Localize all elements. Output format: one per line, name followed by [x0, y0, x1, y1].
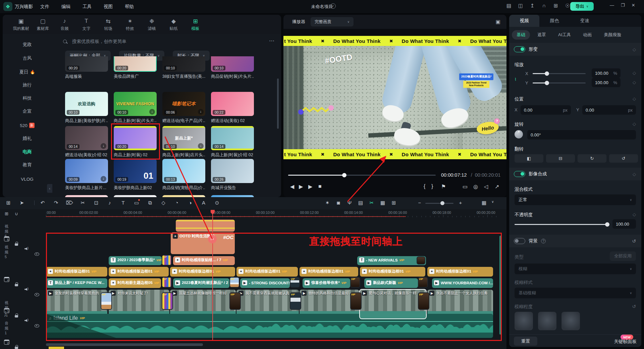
timeline-zoom-slider[interactable] — [425, 203, 453, 204]
help-icon[interactable]: ? — [541, 239, 546, 243]
timeline-clip[interactable]: ▶2023春夏时尚潮流新品* / 2 — [173, 278, 229, 288]
position-y-input[interactable]: 0.00px — [582, 105, 636, 115]
media-tab-转场[interactable]: ⇆ 转场 — [97, 15, 119, 34]
timeline-clip[interactable]: ✦时尚动感排版边框01VIP — [170, 267, 235, 277]
transition-clip[interactable]: VIP — [162, 292, 173, 310]
close-icon[interactable]: ✕ — [632, 3, 635, 8]
download-icon[interactable]: ↓ — [101, 176, 106, 182]
reset-blur-icon[interactable]: ↺ — [632, 304, 636, 309]
keyframe-panel-button[interactable]: 关键帧面板 NEW — [614, 339, 637, 345]
crop-icon[interactable]: ⊡ — [93, 200, 100, 206]
rotate-left-button[interactable]: ↺ — [609, 154, 638, 163]
keyframe-icon[interactable]: ◇ — [160, 200, 167, 206]
transition-clip[interactable]: VIP — [101, 292, 112, 310]
seek-bar[interactable]: 00:00:07:12 / 00:00:20:01 — [283, 172, 506, 179]
timeline-clip[interactable]: ▶惊喜价格等你来*VIP — [303, 278, 350, 288]
track-layout-icon[interactable]: ▦ — [480, 200, 488, 206]
media-tab-特效[interactable]: ✶ 特效 — [119, 15, 141, 34]
play-icon[interactable]: ▶ — [308, 183, 312, 190]
timeline-clip[interactable]: T新品上新* / KEEP PACE W... — [46, 278, 107, 288]
sidebar-item-520[interactable]: 520新 — [3, 120, 52, 130]
auto-caption-icon[interactable]: A — [200, 200, 207, 206]
zoom-out-icon[interactable]: − — [416, 200, 423, 206]
quality-dropdown[interactable]: 完整画质∨ — [311, 17, 354, 26]
menu-帮助[interactable]: 帮助 — [121, 2, 138, 11]
timeline-clip[interactable]: ▶WWW.YOURBRAND.COM /... — [432, 278, 493, 288]
undo-icon[interactable]: ↶ — [39, 200, 46, 206]
mute-icon[interactable] — [24, 287, 30, 292]
mute-icon[interactable] — [24, 246, 30, 251]
save-icon[interactable]: ◫ — [518, 3, 524, 9]
timeline-clip[interactable]: ✦时尚动感排版边框01VIP — [236, 267, 298, 277]
timeline-vscrollbar[interactable] — [499, 236, 501, 335]
sidebar-item-夏日[interactable]: 夏日🔥 — [3, 67, 52, 77]
resource-pack-icon[interactable]: ⊞ — [390, 200, 397, 206]
transition-clip[interactable]: VIP — [418, 277, 428, 288]
media-tab-素材库[interactable]: ▢ 素材库 — [32, 15, 54, 34]
marker-icon[interactable]: ⊙ — [213, 200, 221, 206]
background-type-dropdown[interactable]: 模糊∨ — [515, 264, 636, 274]
zoom-in-icon[interactable]: + — [457, 200, 464, 206]
timeline-clip[interactable]: ✦时尚动感排版边框01VIP — [109, 267, 169, 277]
split-icon[interactable]: ✂ — [79, 200, 87, 206]
silence-detect-icon[interactable]: ✂ — [368, 200, 375, 206]
transition-clip[interactable] — [417, 256, 425, 265]
scale-link-lock-icon[interactable]: ⌇ — [515, 77, 517, 82]
download-icon[interactable]: ↓ — [198, 109, 204, 115]
sidebar-item-教育[interactable]: 教育 — [3, 160, 52, 170]
minimize-icon[interactable]: — — [610, 3, 614, 8]
download-icon[interactable]: ↓ — [101, 143, 106, 149]
template-card[interactable]: 欢迎选购00:10商品上新(美妆护肤)片... — [65, 92, 108, 124]
media-tab-滤镜[interactable]: ❉ 滤镜 — [141, 15, 163, 34]
delete-icon[interactable]: ⌦ — [66, 200, 73, 206]
template-card[interactable]: 00:20美妆品牌推广 — [114, 56, 157, 79]
timeline-hscrollbar[interactable] — [46, 343, 203, 346]
download-icon[interactable]: ↓ — [198, 143, 204, 149]
flip-vertical-button[interactable]: ⊟ — [546, 154, 575, 163]
background-toggle[interactable] — [514, 238, 525, 244]
template-card[interactable]: 00:14商品上新(时装)介绍 02 — [211, 126, 254, 158]
media-tab-我的素材[interactable]: ▣ 我的素材 — [10, 15, 32, 34]
media-tab-模板[interactable]: ⊞ 模板 — [184, 15, 206, 34]
select-tool-icon[interactable]: ➤ — [18, 200, 25, 206]
lock-icon[interactable] — [14, 313, 19, 318]
template-card[interactable]: 新品上新*00:10↓商品上新(时装)店片头... — [162, 126, 205, 158]
sidebar-item-婚礼[interactable]: 婚礼 — [3, 133, 52, 143]
keyframe-diamond-icon[interactable]: ◇ — [633, 47, 636, 52]
visibility-icon[interactable] — [34, 323, 40, 328]
template-card[interactable]: 00:20高端服装 — [65, 56, 108, 79]
preview-thumbnail-icon[interactable]: ▣ — [496, 19, 500, 25]
blur-preset[interactable] — [515, 312, 533, 330]
template-card[interactable]: 00:10商品促销(时装)片头片... — [211, 56, 254, 79]
timeline-clip[interactable]: ✦时尚动感排版边框01VIP — [300, 267, 358, 277]
keyframe-diamond-icon[interactable]: ◇ — [633, 121, 636, 126]
tab-视频[interactable]: 视频 — [509, 15, 539, 27]
volume-icon[interactable]: ◁ — [484, 183, 488, 190]
blur-preset[interactable] — [561, 312, 580, 330]
speed-icon[interactable]: ◔ — [173, 200, 180, 206]
timeline-clip[interactable]: ✦时尚相册主题边框05VIP — [109, 278, 161, 288]
visibility-icon[interactable] — [34, 251, 40, 256]
voice-record-icon[interactable]: Ψ — [346, 200, 353, 206]
scale-y-value[interactable]: 100.00% — [592, 78, 621, 87]
transition-clip[interactable]: VIP — [162, 255, 172, 266]
reset-button[interactable]: 重置 — [514, 337, 537, 346]
lock-icon[interactable] — [14, 282, 19, 287]
transition-clip[interactable]: VIP — [290, 292, 301, 310]
account-icon[interactable]: ☉ — [565, 3, 571, 9]
device-mode-icon[interactable]: ▤ — [506, 3, 512, 9]
flag-icon[interactable]: ⚑ — [441, 183, 446, 190]
sidebar-item-旅行[interactable]: 旅行 — [3, 80, 52, 90]
next-frame-icon[interactable]: ▶ — [299, 183, 303, 190]
rotate-value[interactable]: 0.00° — [527, 130, 636, 139]
transition-clip[interactable]: VIP — [229, 292, 241, 310]
sidebar-item-古风[interactable]: 古风 — [3, 53, 52, 63]
color-icon[interactable]: ◑ — [186, 200, 194, 206]
timeline-clip[interactable]: ▶- STRONG DISCOUNTS — [240, 278, 290, 288]
more-options-icon[interactable]: ⋯ — [269, 38, 275, 44]
previous-frame-icon[interactable]: ◀ — [290, 183, 294, 190]
caption-icon[interactable]: ▤ — [357, 200, 364, 206]
snapshot-icon[interactable]: ◎ — [473, 183, 478, 190]
reset-background-icon[interactable]: ↺ — [632, 238, 636, 244]
template-card[interactable]: 喵影笔记本00:06↓赠送活动(电子产品)片... — [162, 92, 205, 124]
